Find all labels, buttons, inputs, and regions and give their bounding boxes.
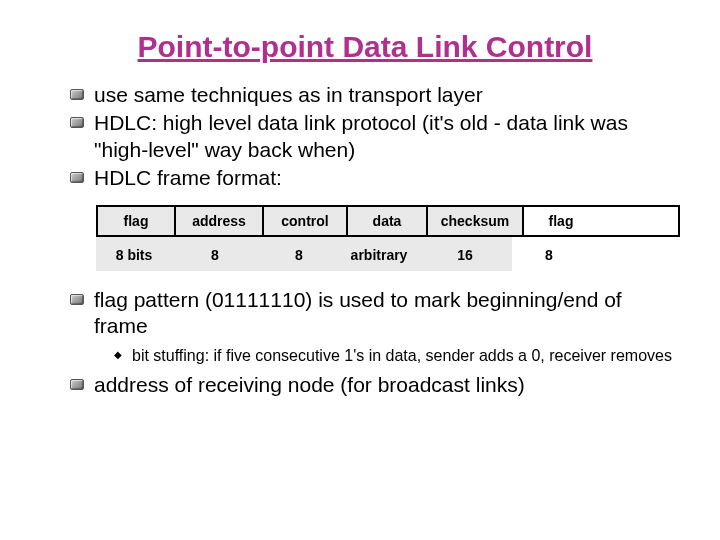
subbullet-bit-stuffing: bit stuffing: if five consecutive 1's in… <box>114 346 680 366</box>
hdr-checksum: checksum <box>428 207 524 235</box>
bullet-hdlc-frame-format: HDLC frame format: <box>70 165 680 191</box>
val-checksum: 16 <box>418 237 512 271</box>
diagram-value-row: 8 bits 8 8 arbitrary 16 8 <box>96 237 680 271</box>
val-control: 8 <box>258 237 340 271</box>
hdlc-frame-diagram: flag address control data checksum flag … <box>96 205 680 271</box>
hdr-control: control <box>264 207 348 235</box>
val-flag1: 8 bits <box>96 237 172 271</box>
bullet-flag-pattern: flag pattern (01111110) is used to mark … <box>70 287 680 340</box>
hdr-flag2: flag <box>524 207 598 235</box>
diagram-header-row: flag address control data checksum flag <box>96 205 680 237</box>
bullet-group-top: use same techniques as in transport laye… <box>70 82 680 191</box>
bullet-address: address of receiving node (for broadcast… <box>70 372 680 398</box>
bullet-hdlc-protocol: HDLC: high level data link protocol (it'… <box>70 110 680 163</box>
val-flag2: 8 <box>512 237 586 271</box>
hdr-flag1: flag <box>98 207 176 235</box>
val-data: arbitrary <box>340 237 418 271</box>
bullet-group-bottom: flag pattern (01111110) is used to mark … <box>70 287 680 398</box>
bullet-use-same-techniques: use same techniques as in transport laye… <box>70 82 680 108</box>
hdr-address: address <box>176 207 264 235</box>
hdr-data: data <box>348 207 428 235</box>
slide-title: Point-to-point Data Link Control <box>50 30 680 64</box>
val-address: 8 <box>172 237 258 271</box>
slide: Point-to-point Data Link Control use sam… <box>0 0 720 420</box>
